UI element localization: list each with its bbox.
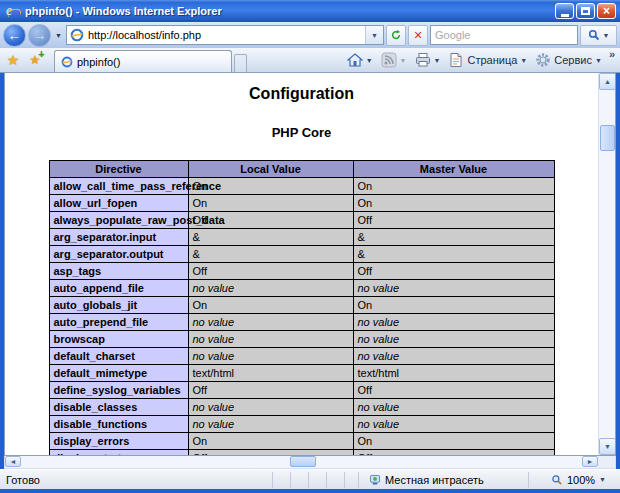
scroll-right-button[interactable]: ► bbox=[582, 456, 598, 467]
refresh-button[interactable] bbox=[386, 25, 406, 46]
table-row: display_errorsOnOn bbox=[49, 433, 554, 450]
add-favorite-star-icon: ★ bbox=[30, 53, 41, 67]
horizontal-scrollbar[interactable]: ◄ ► bbox=[4, 456, 616, 469]
scroll-left-button[interactable]: ◄ bbox=[5, 456, 21, 467]
page-menu-dropdown[interactable]: ▼ bbox=[520, 57, 527, 64]
directive-cell: arg_separator.input bbox=[49, 229, 188, 246]
directive-cell: auto_prepend_file bbox=[49, 314, 188, 331]
master-value-cell: On bbox=[353, 297, 554, 314]
page-subtitle: PHP Core bbox=[5, 125, 598, 140]
recent-pages-dropdown[interactable]: ▼ bbox=[53, 32, 64, 39]
master-value-cell: On bbox=[353, 195, 554, 212]
print-dropdown[interactable]: ▼ bbox=[434, 57, 441, 64]
intranet-zone-icon bbox=[369, 474, 381, 486]
printer-icon bbox=[415, 52, 431, 68]
master-value-cell: no value bbox=[353, 399, 554, 416]
tab-favicon-icon bbox=[61, 56, 73, 68]
phpinfo-table-body: allow_call_time_pass_referenceOnOnallow_… bbox=[49, 178, 554, 456]
directive-cell: auto_append_file bbox=[49, 280, 188, 297]
window-controls: × bbox=[555, 3, 616, 19]
content-viewport: Configuration PHP Core Directive Local V… bbox=[4, 73, 616, 456]
feeds-button[interactable]: ▼ bbox=[377, 49, 411, 71]
home-dropdown[interactable]: ▼ bbox=[366, 57, 373, 64]
stop-button[interactable]: ✕ bbox=[408, 25, 428, 46]
vertical-scroll-track[interactable] bbox=[599, 90, 615, 438]
master-value-cell: text/html bbox=[353, 365, 554, 382]
table-row: asp_tagsOffOff bbox=[49, 263, 554, 280]
refresh-icon bbox=[390, 29, 402, 41]
tools-menu-dropdown[interactable]: ▼ bbox=[595, 57, 602, 64]
new-tab-stub[interactable] bbox=[234, 54, 247, 72]
address-input[interactable] bbox=[88, 29, 365, 41]
vertical-scroll-thumb[interactable] bbox=[600, 125, 615, 151]
local-value-cell: no value bbox=[188, 314, 353, 331]
local-value-cell: no value bbox=[188, 399, 353, 416]
local-value-cell: text/html bbox=[188, 365, 353, 382]
directive-cell: default_charset bbox=[49, 348, 188, 365]
close-button[interactable]: × bbox=[597, 3, 616, 19]
address-dropdown[interactable]: ▼ bbox=[365, 26, 383, 44]
forward-button[interactable]: → bbox=[28, 24, 51, 47]
tab-phpinfo[interactable]: phpinfo() bbox=[54, 50, 232, 72]
table-row: auto_append_fileno valueno value bbox=[49, 280, 554, 297]
table-row: disable_classesno valueno value bbox=[49, 399, 554, 416]
table-row: arg_separator.output&& bbox=[49, 246, 554, 263]
table-header-row: Directive Local Value Master Value bbox=[49, 161, 554, 178]
horizontal-scroll-track[interactable] bbox=[21, 456, 582, 468]
zoom-magnifier-icon bbox=[551, 474, 563, 486]
page-favicon-icon bbox=[70, 28, 84, 42]
master-value-cell: On bbox=[353, 178, 554, 195]
table-row: auto_prepend_fileno valueno value bbox=[49, 314, 554, 331]
local-value-cell: no value bbox=[188, 331, 353, 348]
scroll-up-button[interactable]: ▲ bbox=[599, 73, 616, 90]
home-button[interactable]: ▼ bbox=[343, 49, 377, 71]
column-header-local-value: Local Value bbox=[188, 161, 353, 178]
vertical-scrollbar[interactable]: ▲ ▼ bbox=[598, 73, 615, 455]
tools-menu-button[interactable]: Сервис ▼ bbox=[531, 49, 606, 71]
print-button[interactable]: ▼ bbox=[411, 49, 445, 71]
tools-menu-label: Сервис bbox=[554, 54, 592, 66]
status-pane bbox=[308, 472, 322, 488]
local-value-cell: Off bbox=[188, 450, 353, 456]
master-value-cell: On bbox=[353, 433, 554, 450]
toolbar-overflow-chevron[interactable]: » bbox=[606, 48, 618, 60]
phpinfo-table: Directive Local Value Master Value allow… bbox=[49, 160, 555, 455]
tab-bar: ★ ★ phpinfo() ▼ ▼ bbox=[0, 48, 620, 73]
maximize-icon bbox=[581, 7, 590, 15]
rss-icon bbox=[381, 52, 397, 68]
directive-cell: default_mimetype bbox=[49, 365, 188, 382]
horizontal-scroll-thumb[interactable] bbox=[290, 456, 316, 467]
back-button[interactable]: ← bbox=[3, 24, 26, 47]
ie-logo-icon: e bbox=[6, 4, 21, 19]
zoom-dropdown[interactable]: ▼ bbox=[599, 476, 606, 483]
table-row: define_syslog_variablesOffOff bbox=[49, 382, 554, 399]
search-icon bbox=[588, 29, 600, 41]
local-value-cell: no value bbox=[188, 348, 353, 365]
directive-cell: allow_call_time_pass_reference bbox=[49, 178, 188, 195]
maximize-button[interactable] bbox=[576, 3, 595, 19]
local-value-cell: Off bbox=[188, 263, 353, 280]
local-value-cell: no value bbox=[188, 416, 353, 433]
search-button[interactable]: ▼ bbox=[580, 25, 617, 46]
scrollbar-corner bbox=[598, 456, 615, 468]
page-menu-button[interactable]: Страница ▼ bbox=[444, 49, 531, 71]
favorites-center-button[interactable]: ★ bbox=[2, 49, 24, 71]
search-options-dropdown[interactable]: ▼ bbox=[603, 32, 610, 39]
feeds-dropdown[interactable]: ▼ bbox=[400, 57, 407, 64]
local-value-cell: On bbox=[188, 297, 353, 314]
zoom-control[interactable]: 100% ▼ bbox=[528, 472, 614, 488]
page-menu-label: Страница bbox=[467, 54, 517, 66]
master-value-cell: & bbox=[353, 229, 554, 246]
master-value-cell: Off bbox=[353, 382, 554, 399]
local-value-cell: no value bbox=[188, 280, 353, 297]
table-row: browscapno valueno value bbox=[49, 331, 554, 348]
scroll-down-button[interactable]: ▼ bbox=[599, 438, 616, 455]
table-row: default_mimetypetext/htmltext/html bbox=[49, 365, 554, 382]
table-row: allow_url_fopenOnOn bbox=[49, 195, 554, 212]
minimize-button[interactable] bbox=[555, 3, 574, 19]
search-input[interactable] bbox=[435, 29, 577, 41]
status-text: Готово bbox=[6, 474, 268, 486]
add-favorite-button[interactable]: ★ bbox=[24, 49, 46, 71]
search-box bbox=[430, 25, 578, 45]
security-zone-pane: Местная интрасеть bbox=[358, 472, 528, 488]
